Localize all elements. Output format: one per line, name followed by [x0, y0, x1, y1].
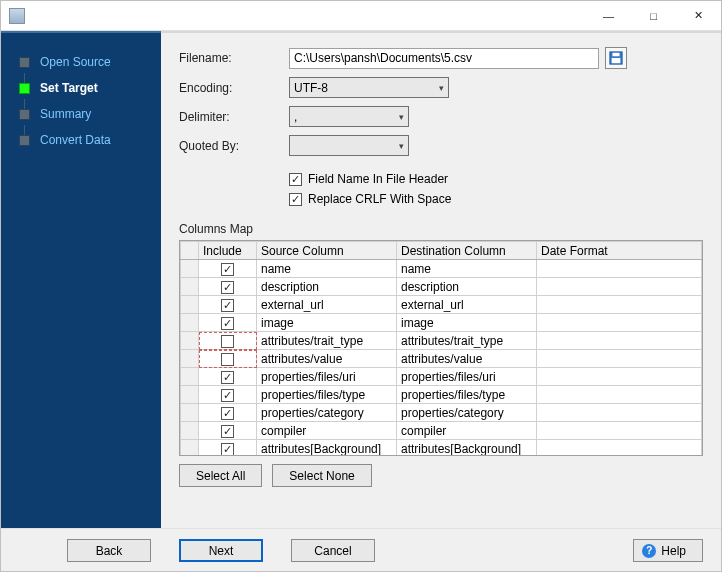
delimiter-select[interactable]: , ▾ — [289, 106, 409, 127]
crlf-checkbox[interactable] — [289, 193, 302, 206]
date-cell[interactable] — [537, 260, 702, 278]
include-checkbox[interactable] — [221, 317, 234, 330]
col-header-include[interactable]: Include — [199, 242, 257, 260]
table-row[interactable]: namename — [181, 260, 702, 278]
table-row[interactable]: descriptiondescription — [181, 278, 702, 296]
include-checkbox[interactable] — [221, 299, 234, 312]
include-checkbox[interactable] — [221, 281, 234, 294]
date-cell[interactable] — [537, 332, 702, 350]
dest-cell[interactable]: attributes/value — [397, 350, 537, 368]
date-cell[interactable] — [537, 386, 702, 404]
table-row[interactable]: attributes/trait_typeattributes/trait_ty… — [181, 332, 702, 350]
next-button[interactable]: Next — [179, 539, 263, 562]
chevron-down-icon: ▾ — [439, 83, 444, 93]
dest-cell[interactable]: image — [397, 314, 537, 332]
wizard-step[interactable]: Convert Data — [1, 127, 161, 153]
help-button[interactable]: ? Help — [633, 539, 703, 562]
include-checkbox[interactable] — [221, 263, 234, 276]
row-header — [181, 422, 199, 440]
source-cell[interactable]: attributes/trait_type — [257, 332, 397, 350]
include-checkbox[interactable] — [221, 371, 234, 384]
encoding-label: Encoding: — [179, 81, 289, 95]
source-cell[interactable]: external_url — [257, 296, 397, 314]
minimize-button[interactable]: — — [586, 1, 631, 31]
quoted-select[interactable]: ▾ — [289, 135, 409, 156]
wizard-step[interactable]: Summary — [1, 101, 161, 127]
table-row[interactable]: external_urlexternal_url — [181, 296, 702, 314]
source-cell[interactable]: properties/category — [257, 404, 397, 422]
maximize-button[interactable]: □ — [631, 1, 676, 31]
date-cell[interactable] — [537, 296, 702, 314]
select-all-button[interactable]: Select All — [179, 464, 262, 487]
dest-cell[interactable]: compiler — [397, 422, 537, 440]
date-cell[interactable] — [537, 440, 702, 457]
source-cell[interactable]: description — [257, 278, 397, 296]
include-cell[interactable] — [199, 350, 257, 368]
include-checkbox[interactable] — [221, 389, 234, 402]
table-row[interactable]: properties/files/uriproperties/files/uri — [181, 368, 702, 386]
date-cell[interactable] — [537, 278, 702, 296]
table-row[interactable]: compilercompiler — [181, 422, 702, 440]
source-cell[interactable]: compiler — [257, 422, 397, 440]
include-cell[interactable] — [199, 296, 257, 314]
include-cell[interactable] — [199, 422, 257, 440]
source-cell[interactable]: attributes/value — [257, 350, 397, 368]
wizard-step[interactable]: Open Source — [1, 49, 161, 75]
row-header — [181, 278, 199, 296]
include-cell[interactable] — [199, 368, 257, 386]
encoding-select[interactable]: UTF-8 ▾ — [289, 77, 449, 98]
dest-cell[interactable]: external_url — [397, 296, 537, 314]
date-cell[interactable] — [537, 422, 702, 440]
browse-file-button[interactable] — [605, 47, 627, 69]
close-button[interactable]: ✕ — [676, 1, 721, 31]
date-cell[interactable] — [537, 368, 702, 386]
col-header-dest[interactable]: Destination Column — [397, 242, 537, 260]
source-cell[interactable]: properties/files/uri — [257, 368, 397, 386]
include-checkbox[interactable] — [221, 425, 234, 438]
back-button[interactable]: Back — [67, 539, 151, 562]
dest-cell[interactable]: description — [397, 278, 537, 296]
source-cell[interactable]: properties/files/type — [257, 386, 397, 404]
include-cell[interactable] — [199, 260, 257, 278]
include-cell[interactable] — [199, 314, 257, 332]
col-header-date[interactable]: Date Format — [537, 242, 702, 260]
dest-cell[interactable]: properties/files/type — [397, 386, 537, 404]
columns-map-table: Include Source Column Destination Column… — [179, 240, 703, 456]
filename-input[interactable] — [289, 48, 599, 69]
col-header-source[interactable]: Source Column — [257, 242, 397, 260]
dest-cell[interactable]: name — [397, 260, 537, 278]
row-header — [181, 314, 199, 332]
svg-rect-1 — [613, 53, 620, 57]
dest-cell[interactable]: properties/category — [397, 404, 537, 422]
table-row[interactable]: properties/files/typeproperties/files/ty… — [181, 386, 702, 404]
include-checkbox[interactable] — [221, 335, 234, 348]
cancel-button[interactable]: Cancel — [291, 539, 375, 562]
table-row[interactable]: attributes[Background]attributes[Backgro… — [181, 440, 702, 457]
include-checkbox[interactable] — [221, 353, 234, 366]
include-checkbox[interactable] — [221, 443, 234, 456]
fieldname-checkbox[interactable] — [289, 173, 302, 186]
wizard-step[interactable]: Set Target — [1, 75, 161, 101]
row-header-corner — [181, 242, 199, 260]
dest-cell[interactable]: attributes/trait_type — [397, 332, 537, 350]
chevron-down-icon: ▾ — [399, 112, 404, 122]
dest-cell[interactable]: attributes[Background] — [397, 440, 537, 457]
dest-cell[interactable]: properties/files/uri — [397, 368, 537, 386]
date-cell[interactable] — [537, 314, 702, 332]
include-cell[interactable] — [199, 278, 257, 296]
include-cell[interactable] — [199, 332, 257, 350]
help-label: Help — [661, 544, 686, 558]
include-cell[interactable] — [199, 440, 257, 457]
table-row[interactable]: imageimage — [181, 314, 702, 332]
source-cell[interactable]: image — [257, 314, 397, 332]
table-row[interactable]: properties/categoryproperties/category — [181, 404, 702, 422]
include-checkbox[interactable] — [221, 407, 234, 420]
source-cell[interactable]: name — [257, 260, 397, 278]
date-cell[interactable] — [537, 404, 702, 422]
include-cell[interactable] — [199, 404, 257, 422]
source-cell[interactable]: attributes[Background] — [257, 440, 397, 457]
select-none-button[interactable]: Select None — [272, 464, 371, 487]
include-cell[interactable] — [199, 386, 257, 404]
table-row[interactable]: attributes/valueattributes/value — [181, 350, 702, 368]
date-cell[interactable] — [537, 350, 702, 368]
